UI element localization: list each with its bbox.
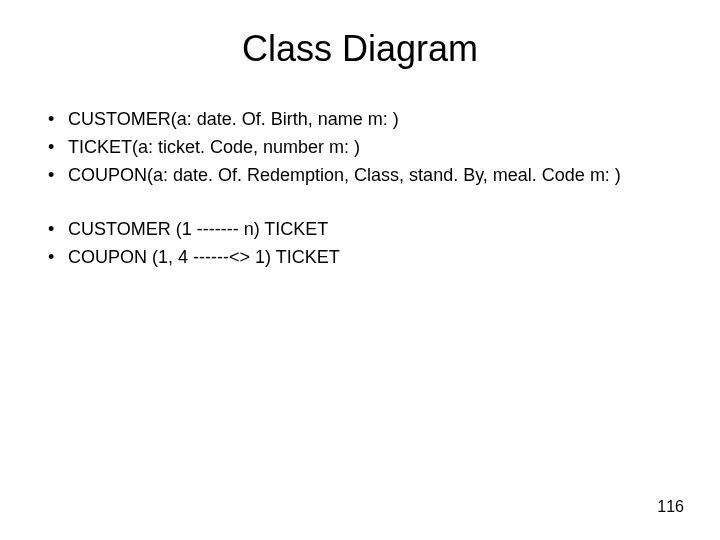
list-item: CUSTOMER (1 ------- n) TICKET	[44, 216, 688, 244]
page-title: Class Diagram	[32, 28, 688, 70]
bullet-list-classes: CUSTOMER(a: date. Of. Birth, name m: ) T…	[32, 106, 688, 190]
page-number: 116	[657, 498, 684, 516]
bullet-list-relations: CUSTOMER (1 ------- n) TICKET COUPON (1,…	[32, 216, 688, 272]
slide: Class Diagram CUSTOMER(a: date. Of. Birt…	[0, 0, 720, 540]
spacer	[32, 190, 688, 216]
list-item: CUSTOMER(a: date. Of. Birth, name m: )	[44, 106, 688, 134]
list-item: TICKET(a: ticket. Code, number m: )	[44, 134, 688, 162]
list-item: COUPON(a: date. Of. Redemption, Class, s…	[44, 162, 688, 190]
list-item: COUPON (1, 4 ------<> 1) TICKET	[44, 244, 688, 272]
